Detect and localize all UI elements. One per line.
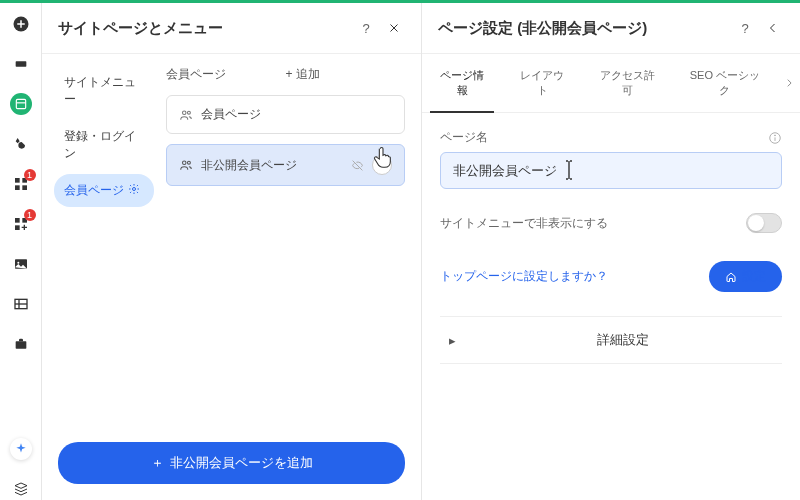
svg-point-25 <box>381 164 383 166</box>
hidden-icon <box>351 159 364 172</box>
hide-in-menu-label: サイトメニューで非表示にする <box>440 215 746 232</box>
svg-point-20 <box>183 110 187 114</box>
page-item-selected[interactable]: 非公開会員ページ <box>166 144 405 186</box>
svg-rect-6 <box>15 185 20 190</box>
tab-layout[interactable]: レイアウト <box>502 54 582 112</box>
svg-point-19 <box>133 188 136 191</box>
svg-point-26 <box>384 164 386 166</box>
menu-item-site-menu[interactable]: サイトメニュー <box>54 66 154 116</box>
business-icon[interactable] <box>10 333 32 355</box>
page-name: 会員ページ <box>201 106 392 123</box>
member-icon <box>179 158 193 172</box>
chevron-right-icon: ▸ <box>440 333 464 348</box>
member-icon <box>179 108 193 122</box>
add-private-page-button[interactable]: ＋非公開会員ページを追加 <box>58 442 405 484</box>
tabs-scroll-right[interactable] <box>777 78 800 88</box>
svg-rect-10 <box>15 225 20 230</box>
advanced-settings-row[interactable]: ▸ 詳細設定 <box>440 316 782 364</box>
tab-page-info[interactable]: ページ情報 <box>422 54 502 112</box>
pages-menu-panel: サイトページとメニュー ? サイトメニュー 登録・ログイン 会員ページ 会員ペー… <box>42 3 422 500</box>
page-settings-panel: ページ設定 (非公開会員ページ) ? ページ情報 レイアウト アクセス許可 SE… <box>422 3 800 500</box>
page-name-input[interactable] <box>440 152 782 189</box>
media-icon[interactable] <box>10 253 32 275</box>
svg-rect-2 <box>16 99 25 108</box>
svg-rect-7 <box>22 185 27 190</box>
svg-point-12 <box>17 262 19 264</box>
more-button[interactable] <box>372 155 392 175</box>
set-homepage-button[interactable]: 設定 <box>709 261 782 292</box>
add-icon[interactable] <box>10 13 32 35</box>
svg-rect-8 <box>15 218 20 223</box>
page-name-label: ページ名 <box>440 129 768 146</box>
menu-item-signup-login[interactable]: 登録・ログイン <box>54 120 154 170</box>
svg-point-24 <box>378 164 380 166</box>
apps-icon[interactable]: 1 <box>10 213 32 235</box>
ai-sparkle-icon[interactable] <box>10 438 32 460</box>
tab-seo[interactable]: SEO ベーシック <box>672 54 777 112</box>
settings-title: ページ設定 (非公開会員ページ) <box>438 19 728 38</box>
panel-title: サイトページとメニュー <box>58 19 349 38</box>
hide-in-menu-toggle[interactable] <box>746 213 782 233</box>
table-icon[interactable] <box>10 293 32 315</box>
svg-rect-1 <box>15 61 26 66</box>
back-icon[interactable] <box>762 17 784 39</box>
pages-icon[interactable] <box>10 53 32 75</box>
page-item[interactable]: 会員ページ <box>166 95 405 134</box>
list-heading: 会員ページ <box>166 66 286 83</box>
help-icon[interactable]: ? <box>355 17 377 39</box>
left-tool-sidebar: 1 1 <box>0 3 42 500</box>
svg-point-29 <box>775 134 776 135</box>
advanced-label: 詳細設定 <box>464 331 782 349</box>
design-icon[interactable] <box>10 133 32 155</box>
menu-item-member-pages[interactable]: 会員ページ <box>54 174 154 207</box>
menu-icon[interactable] <box>10 93 32 115</box>
page-list-column: 会員ページ + 追加 会員ページ 非公開会員ページ <box>162 54 421 442</box>
svg-point-21 <box>187 111 190 114</box>
settings-tabs: ページ情報 レイアウト アクセス許可 SEO ベーシック <box>422 54 800 113</box>
gear-icon <box>128 183 140 198</box>
help-icon[interactable]: ? <box>734 17 756 39</box>
svg-point-23 <box>187 161 190 164</box>
homepage-question-link[interactable]: トップページに設定しますか？ <box>440 268 709 285</box>
svg-point-22 <box>183 161 187 165</box>
page-name: 非公開会員ページ <box>201 157 343 174</box>
menu-column: サイトメニュー 登録・ログイン 会員ページ <box>42 54 162 442</box>
close-icon[interactable] <box>383 17 405 39</box>
svg-rect-16 <box>15 341 26 348</box>
layers-icon[interactable] <box>10 478 32 500</box>
info-icon[interactable] <box>768 131 782 145</box>
add-page-link[interactable]: + 追加 <box>286 66 406 83</box>
tab-permissions[interactable]: アクセス許可 <box>582 54 672 112</box>
svg-rect-4 <box>15 178 20 183</box>
layout-icon[interactable]: 1 <box>10 173 32 195</box>
